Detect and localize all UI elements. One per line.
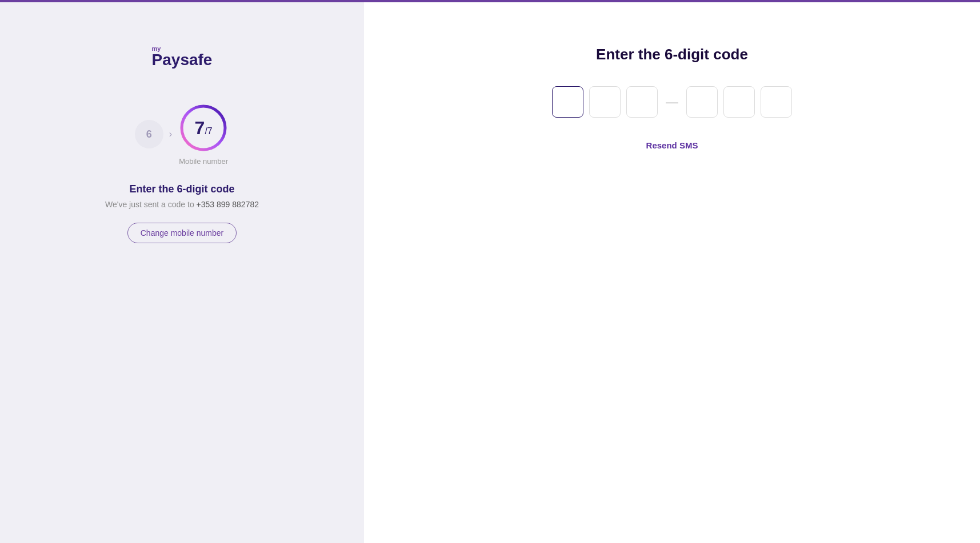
logo-paysafe: Paysafe [152, 52, 213, 68]
code-input-4[interactable] [686, 86, 718, 118]
code-input-5[interactable] [723, 86, 755, 118]
change-mobile-button[interactable]: Change mobile number [127, 223, 237, 243]
code-separator: — [666, 95, 678, 110]
current-step-circle: 7 /7 [178, 102, 229, 154]
code-input-2[interactable] [589, 86, 621, 118]
step-current-number: 7 [195, 118, 205, 139]
step-number-display: 7 /7 [195, 118, 213, 139]
phone-number: +353 899 882782 [197, 200, 259, 209]
code-inputs-container: — [552, 86, 792, 118]
code-input-1[interactable] [552, 86, 583, 118]
step-total-number: /7 [205, 126, 212, 136]
instruction-title: Enter the 6-digit code [129, 183, 234, 195]
code-input-3[interactable] [626, 86, 658, 118]
right-panel: Enter the 6-digit code — Resend SMS [364, 0, 980, 543]
resend-sms-link[interactable]: Resend SMS [646, 140, 698, 150]
instruction-subtitle: We've just sent a code to +353 899 88278… [105, 200, 259, 209]
instruction-subtitle-text: We've just sent a code to [105, 200, 194, 209]
step-indicator: 6 › 7 /7 [135, 102, 229, 166]
code-input-6[interactable] [761, 86, 792, 118]
code-title: Enter the 6-digit code [596, 46, 748, 63]
logo: my Paysafe [152, 46, 213, 68]
step-arrow-icon: › [169, 129, 172, 139]
previous-step: 6 [135, 120, 163, 148]
top-bar [0, 0, 980, 2]
step-label: Mobile number [179, 157, 228, 166]
left-panel: my Paysafe 6 › [0, 0, 364, 543]
